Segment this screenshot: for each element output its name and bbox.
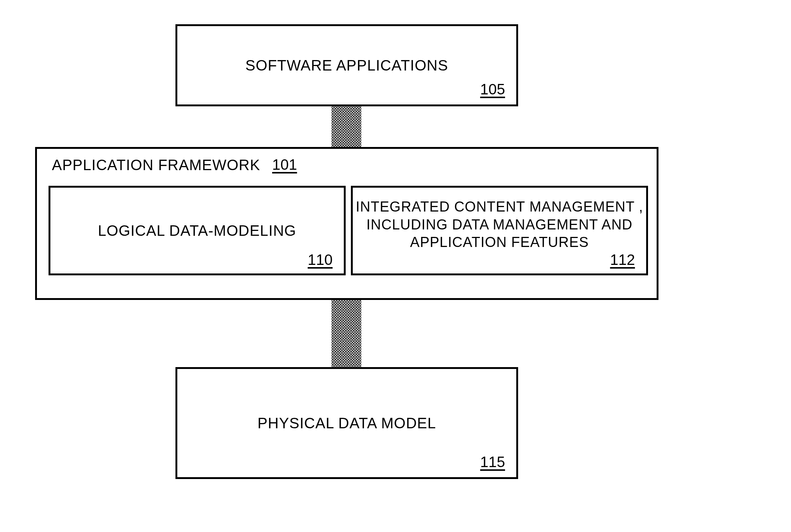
label-physical-data-model: PHYSICAL DATA MODEL: [177, 414, 516, 432]
label-application-framework: APPLICATION FRAMEWORK: [52, 156, 260, 174]
label-integrated-content-management: INTEGRATED CONTENT MANAGEMENT , INCLUDIN…: [353, 198, 646, 251]
refnum-software-applications: 105: [480, 81, 505, 98]
refnum-physical-data-model: 115: [480, 454, 505, 470]
refnum-logical-data-modeling: 110: [308, 251, 333, 268]
refnum-application-framework: 101: [272, 156, 297, 173]
box-physical-data-model: PHYSICAL DATA MODEL 115: [175, 367, 518, 479]
box-logical-data-modeling: LOGICAL DATA-MODELING 110: [49, 186, 346, 275]
label-logical-data-modeling: LOGICAL DATA-MODELING: [50, 221, 344, 240]
box-integrated-content-management: INTEGRATED CONTENT MANAGEMENT , INCLUDIN…: [351, 186, 648, 275]
label-software-applications: SOFTWARE APPLICATIONS: [177, 56, 516, 75]
refnum-integrated-content-management: 112: [610, 251, 635, 268]
box-software-applications: SOFTWARE APPLICATIONS 105: [175, 24, 518, 106]
diagram-canvas: SOFTWARE APPLICATIONS 105 APPLICATION FR…: [0, 0, 791, 532]
